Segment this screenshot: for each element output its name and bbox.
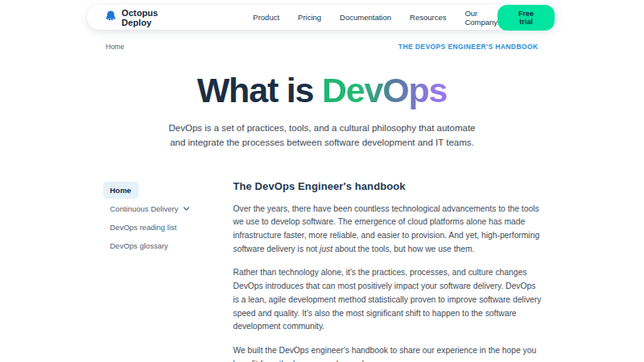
paragraph-1-tail: about the tools, but how we use them.	[332, 245, 474, 253]
octopus-icon	[105, 10, 117, 25]
page-title: What is DevOps	[0, 72, 644, 109]
sidebar-item-label: DevOps reading list	[110, 223, 177, 232]
main-article: The DevOps Engineer's handbook Over the …	[233, 180, 542, 362]
paragraph-2: Rather than technology alone, it's the p…	[233, 266, 542, 333]
nav-item-pricing[interactable]: Pricing	[298, 13, 321, 22]
page-title-prefix: What is	[197, 71, 322, 109]
sidebar-item-devops-glossary[interactable]: DevOps glossary	[103, 237, 175, 254]
page-subtitle: DevOps is a set of practices, tools, and…	[164, 121, 480, 150]
breadcrumb-row: Home THE DEVOPS ENGINEER'S HANDBOOK	[106, 43, 539, 51]
sidebar-item-label: Continuous Delivery	[110, 204, 179, 213]
hero-section: What is DevOps DevOps is a set of practi…	[0, 72, 644, 150]
sidebar-item-devops-reading-list[interactable]: DevOps reading list	[103, 219, 184, 236]
nav-item-product[interactable]: Product	[253, 13, 279, 22]
sidebar-item-label: DevOps glossary	[110, 241, 168, 250]
brand-logo[interactable]: Octopus Deploy	[105, 8, 158, 27]
sidebar: Home Continuous Delivery DevOps reading …	[103, 180, 233, 362]
page-title-highlight: DevOps	[322, 71, 447, 109]
sidebar-item-continuous-delivery[interactable]: Continuous Delivery	[103, 200, 197, 217]
sidebar-item-home[interactable]: Home	[103, 182, 138, 199]
content-area: Home Continuous Delivery DevOps reading …	[103, 180, 542, 362]
paragraph-1: Over the years, there have been countles…	[233, 203, 542, 257]
article-heading: The DevOps Engineer's handbook	[233, 180, 542, 192]
brand-name: Octopus Deploy	[122, 8, 158, 27]
top-navigation: Octopus Deploy Product Pricing Documenta…	[87, 5, 557, 30]
free-trial-button[interactable]: Free trial	[497, 5, 555, 31]
nav-links: Product Pricing Documentation Resources …	[253, 9, 497, 27]
breadcrumb[interactable]: Home	[106, 43, 125, 51]
handbook-link[interactable]: THE DEVOPS ENGINEER'S HANDBOOK	[398, 43, 539, 51]
nav-item-our-company[interactable]: Our Company	[464, 9, 497, 27]
paragraph-1-italic: just	[320, 245, 332, 253]
nav-item-documentation[interactable]: Documentation	[340, 13, 391, 22]
chevron-down-icon	[183, 205, 190, 212]
sidebar-item-label: Home	[110, 186, 131, 195]
paragraph-3: We built the DevOps engineer's handbook …	[233, 344, 542, 362]
nav-item-resources[interactable]: Resources	[410, 13, 446, 22]
